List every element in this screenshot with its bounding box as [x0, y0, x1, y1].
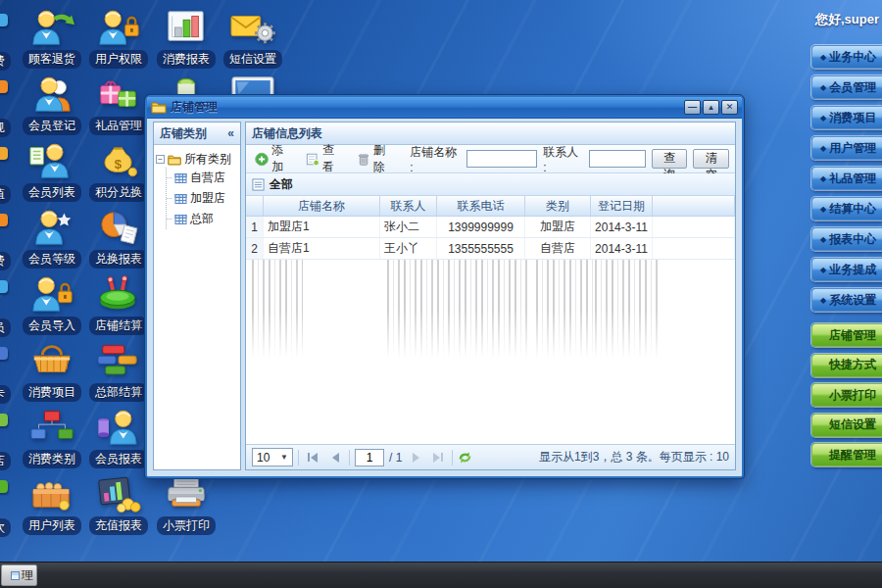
desktop-icon-label: 次	[0, 518, 11, 537]
collapse-panel-icon[interactable]: «	[227, 126, 234, 140]
list-icon	[252, 178, 265, 191]
chart-coins-icon	[96, 474, 141, 514]
desktop-icon-label: 礼品管理	[89, 117, 148, 135]
tree-root-node[interactable]: − 所有类别	[156, 151, 238, 168]
partial-desktop-icon[interactable]: 次	[0, 480, 20, 537]
desktop-icon-6[interactable]: 消费类别	[15, 408, 89, 468]
desktop-icon-18[interactable]: 小票打印	[149, 474, 223, 535]
contact-input[interactable]	[589, 150, 646, 168]
first-page-button[interactable]	[304, 449, 321, 466]
refresh-icon[interactable]	[458, 451, 472, 465]
window-titlebar[interactable]: 店铺管理 — ▴ ✕	[147, 97, 742, 119]
desktop-icon-label: 店	[0, 452, 11, 470]
clear-button[interactable]: 清空	[693, 149, 729, 169]
person-chart-icon	[96, 408, 141, 447]
page-number-input[interactable]	[355, 449, 384, 466]
tree-item-2[interactable]: 总部	[167, 209, 238, 229]
next-page-button[interactable]	[407, 449, 424, 466]
sidebar-button-label: 快捷方式	[829, 357, 876, 373]
partial-desktop-icon[interactable]: 店	[0, 414, 20, 470]
sidebar-button-green-3[interactable]: 短信设置	[811, 414, 882, 437]
table-cell: 加盟店	[525, 217, 591, 237]
desktop-icon-label: 顾客退货	[23, 50, 81, 69]
add-button[interactable]: 添加	[252, 140, 297, 177]
person-two-icon	[29, 74, 74, 114]
desktop-icon-label: 总部结算	[89, 383, 148, 402]
sidebar-button-blue-6[interactable]: ◆报表中心	[811, 227, 882, 251]
sidebar-button-blue-1[interactable]: ◆会员管理	[811, 75, 882, 99]
column-header-6[interactable]	[653, 196, 735, 216]
delete-button[interactable]: 删除	[354, 140, 399, 177]
partial-desktop-icon[interactable]: 卡	[0, 347, 20, 404]
page-count-label: / 1	[389, 451, 402, 465]
category-panel-title: 店铺类别	[160, 125, 227, 142]
minimize-button[interactable]: —	[684, 100, 701, 115]
partial-desktop-icon[interactable]: 值	[0, 147, 20, 204]
window-title: 店铺管理	[171, 99, 682, 116]
table-cell	[653, 238, 735, 259]
tree-grid-icon	[174, 172, 187, 184]
table-row[interactable]: 1加盟店1张小二1399999999加盟店2014-3-11	[246, 217, 735, 238]
view-button[interactable]: 查看	[303, 140, 348, 177]
desktop-icon-16[interactable]: 消费报表	[149, 8, 223, 69]
sidebar-button-green-2[interactable]: 小票打印	[811, 383, 882, 407]
partial-desktop-icon[interactable]: 规	[0, 80, 20, 137]
sidebar-button-blue-0[interactable]: ◆业务中心	[811, 45, 882, 69]
page-size-select[interactable]: 10 ▼	[252, 448, 293, 466]
desktop-icon-15[interactable]: 充值报表	[81, 474, 156, 535]
desktop-icon-5[interactable]: 消费项目	[15, 341, 89, 402]
sidebar-button-blue-4[interactable]: ◆礼品管理	[811, 167, 882, 190]
divider	[349, 450, 350, 466]
search-button[interactable]: 查询	[652, 149, 688, 169]
sidebar-button-blue-7[interactable]: ◆业务提成	[811, 258, 882, 281]
delete-label: 删除	[373, 142, 396, 175]
taskbar-app-icon	[11, 571, 20, 580]
sidebar-button-green-1[interactable]: 快捷方式	[811, 354, 882, 377]
column-header-2[interactable]: 联系人	[380, 196, 437, 216]
prev-page-button[interactable]	[326, 449, 344, 466]
sidebar-button-blue-3[interactable]: ◆用户管理	[811, 136, 882, 160]
tree-item-1[interactable]: 加盟店	[167, 188, 238, 209]
maximize-button[interactable]: ▴	[703, 100, 719, 115]
desktop-icon-3[interactable]: 会员等级	[15, 208, 89, 269]
close-button[interactable]: ✕	[721, 100, 738, 115]
column-header-0[interactable]	[246, 196, 264, 216]
blocks-icon	[96, 341, 141, 380]
partial-desktop-icon[interactable]: 员	[0, 280, 20, 337]
delete-icon	[357, 152, 370, 167]
table-row[interactable]: 2自营店1王小丫1355555555自营店2014-3-11	[246, 238, 735, 260]
desktop-icon-7[interactable]: 用户列表	[15, 474, 89, 535]
tree-root-label[interactable]: 所有类别	[184, 151, 231, 168]
desktop-icon-2[interactable]: 会员列表	[15, 141, 89, 202]
desktop-icon-4[interactable]: 会员导入	[15, 274, 89, 335]
desktop-icon-19[interactable]: 短信设置	[216, 8, 290, 69]
filter-tab-all[interactable]: 全部	[246, 173, 735, 196]
sidebar-button-green-0[interactable]: 店铺管理	[811, 323, 882, 347]
partial-desktop-icon[interactable]: 费	[0, 14, 20, 71]
column-header-5[interactable]: 登记日期	[591, 196, 653, 216]
sidebar-button-blue-8[interactable]: ◆系统设置	[811, 288, 882, 312]
sidebar-button-label: 礼品管理	[829, 171, 876, 187]
desktop-icon-label: 消费项目	[23, 383, 81, 402]
shop-name-input[interactable]	[466, 150, 537, 168]
column-header-3[interactable]: 联系电话	[437, 196, 525, 216]
tree-expander-icon[interactable]: −	[156, 155, 165, 164]
view-icon	[306, 152, 319, 167]
desktop-icon-label: 消费类别	[23, 450, 81, 468]
desktop-icon-1[interactable]: 会员登记	[15, 74, 89, 135]
sidebar-button-green-4[interactable]: 提醒管理	[811, 443, 882, 466]
taskbar-window-button[interactable]: 理	[1, 564, 37, 586]
desktop-icon-0[interactable]: 顾客退货	[15, 8, 89, 69]
desktop-icon-8[interactable]: 用户权限	[81, 8, 156, 69]
sidebar-button-blue-5[interactable]: ◆结算中心	[811, 197, 882, 220]
desktop-icon-label: 会员报表	[89, 450, 148, 468]
toolbar: 添加 查看 删除	[246, 145, 735, 173]
table-header-row[interactable]: 店铺名称联系人联系电话类别登记日期	[246, 196, 735, 217]
column-header-1[interactable]: 店铺名称	[264, 196, 380, 216]
last-page-button[interactable]	[429, 449, 447, 466]
taskbar: 理	[0, 562, 882, 588]
sidebar-button-blue-2[interactable]: ◆消费项目	[811, 106, 882, 129]
tree-item-0[interactable]: 自营店	[167, 168, 238, 188]
column-header-4[interactable]: 类别	[525, 196, 591, 216]
partial-desktop-icon[interactable]: 费	[0, 214, 20, 270]
